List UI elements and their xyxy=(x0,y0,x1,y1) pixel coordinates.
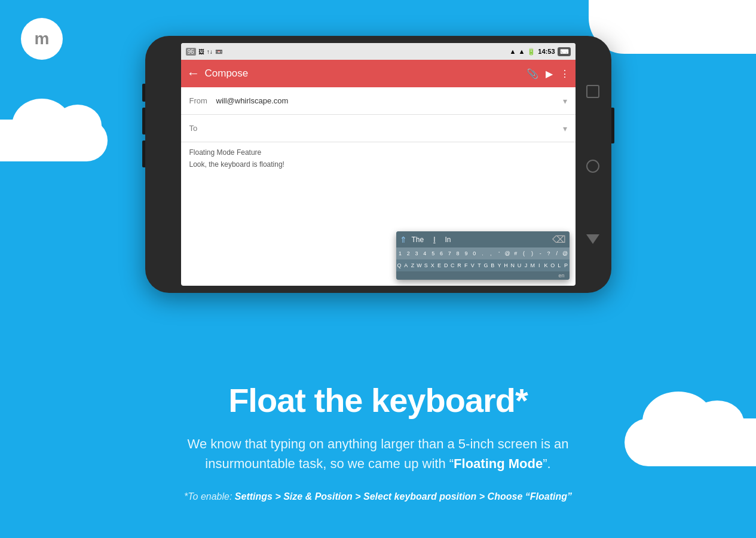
nav-triangle-button[interactable] xyxy=(586,234,599,244)
description-bold: Floating Mode xyxy=(454,456,543,471)
key-1[interactable]: 1 xyxy=(396,249,405,258)
key-u[interactable]: U xyxy=(516,261,522,270)
key-apos[interactable]: ' xyxy=(495,249,503,258)
key-dot[interactable]: . xyxy=(479,249,487,258)
logo-letter: m xyxy=(35,29,50,48)
from-value: will@whirlscape.com xyxy=(216,96,563,105)
app-bar: ← Compose 📎 ▶ ⋮ xyxy=(181,60,576,87)
suggestion-3[interactable]: In xyxy=(443,234,454,245)
nav-circle-button[interactable] xyxy=(586,160,599,173)
to-label: To xyxy=(189,124,216,133)
overflow-menu-icon[interactable]: ⋮ xyxy=(560,68,570,80)
key-s[interactable]: S xyxy=(423,261,429,270)
key-at2[interactable]: @ xyxy=(561,249,570,258)
to-dropdown-icon[interactable]: ▾ xyxy=(563,124,567,133)
app-logo: m xyxy=(21,18,63,60)
phone-nav-buttons xyxy=(581,54,604,275)
cloud-top-right xyxy=(589,0,756,54)
to-row: To ▾ xyxy=(181,115,576,142)
key-x[interactable]: X xyxy=(429,261,436,270)
send-icon[interactable]: ▶ xyxy=(546,68,553,80)
key-0[interactable]: 0 xyxy=(470,249,479,258)
key-2[interactable]: 2 xyxy=(404,249,412,258)
key-6[interactable]: 6 xyxy=(437,249,446,258)
key-i[interactable]: I xyxy=(536,261,543,270)
key-r[interactable]: R xyxy=(456,261,463,270)
key-question[interactable]: ? xyxy=(544,249,553,258)
key-v[interactable]: V xyxy=(469,261,476,270)
key-c[interactable]: C xyxy=(449,261,456,270)
attachment-icon[interactable]: 📎 xyxy=(527,68,538,80)
key-d[interactable]: D xyxy=(443,261,449,270)
key-m[interactable]: M xyxy=(529,261,536,270)
key-k[interactable]: K xyxy=(543,261,549,270)
app-bar-title: Compose xyxy=(205,68,522,80)
key-comma[interactable]: , xyxy=(486,249,495,258)
key-rparen[interactable]: ) xyxy=(528,249,537,258)
status-icon-2: 🖼 xyxy=(198,48,204,55)
from-row: From will@whirlscape.com ▾ xyxy=(181,87,576,115)
volume-down-button xyxy=(142,140,145,167)
key-9[interactable]: 9 xyxy=(462,249,470,258)
floating-keyboard[interactable]: ⇑ The I In ⌫ 1 2 3 4 5 6 7 xyxy=(396,231,570,280)
key-h[interactable]: H xyxy=(503,261,509,270)
back-button[interactable]: ← xyxy=(187,66,200,81)
status-icon-4: 📼 xyxy=(215,48,222,55)
key-hash[interactable]: # xyxy=(512,249,520,258)
key-o[interactable]: O xyxy=(549,261,556,270)
key-7[interactable]: 7 xyxy=(445,249,454,258)
key-p[interactable]: P xyxy=(562,261,569,270)
key-q[interactable]: Q xyxy=(396,261,403,270)
keyboard-suggestions: The I In xyxy=(409,234,550,245)
key-3[interactable]: 3 xyxy=(412,249,421,258)
footnote-prefix: *To enable: xyxy=(184,491,235,502)
key-5[interactable]: 5 xyxy=(429,249,437,258)
keyboard-numbers-row: 1 2 3 4 5 6 7 8 9 0 . , ' @ # ( ) xyxy=(396,247,570,259)
keyboard-delete-icon[interactable]: ⌫ xyxy=(552,234,566,245)
key-b[interactable]: B xyxy=(489,261,496,270)
key-a[interactable]: A xyxy=(403,261,409,270)
email-body-area: Floating Mode Feature Look, the keyboard… xyxy=(181,142,576,178)
key-z[interactable]: Z xyxy=(409,261,416,270)
from-dropdown-icon[interactable]: ▾ xyxy=(563,96,567,106)
keyboard-status-icon: ⌨ xyxy=(558,47,571,56)
battery-icon: 🔋 xyxy=(527,48,535,56)
key-4[interactable]: 4 xyxy=(421,249,429,258)
key-l[interactable]: L xyxy=(556,261,562,270)
key-j[interactable]: J xyxy=(522,261,529,270)
nav-square-button[interactable] xyxy=(586,85,599,98)
keyboard-letters-row: Q A Z W S X E D C R F V T G B Y H xyxy=(396,259,570,271)
description-end: ”. xyxy=(543,456,550,471)
phone-body: 96 🖼 ↑↓ 📼 ▲ ▲ 🔋 14:53 ⌨ ← Compose xyxy=(145,36,611,293)
keyboard-language: en xyxy=(558,273,564,279)
key-lparen[interactable]: ( xyxy=(520,249,528,258)
key-g[interactable]: G xyxy=(483,261,489,270)
key-at[interactable]: @ xyxy=(503,249,512,258)
side-button-right xyxy=(611,108,614,143)
volume-up-button xyxy=(142,108,145,134)
key-y[interactable]: Y xyxy=(496,261,503,270)
status-bar: 96 🖼 ↑↓ 📼 ▲ ▲ 🔋 14:53 ⌨ xyxy=(181,43,576,60)
key-f[interactable]: F xyxy=(463,261,469,270)
phone-mockup: 96 🖼 ↑↓ 📼 ▲ ▲ 🔋 14:53 ⌨ ← Compose xyxy=(145,36,611,293)
key-slash[interactable]: / xyxy=(553,249,561,258)
key-minus[interactable]: - xyxy=(536,249,544,258)
from-label: From xyxy=(189,96,216,105)
status-time: 14:53 xyxy=(538,48,555,55)
footnote: *To enable: Settings > Size & Position >… xyxy=(24,491,732,502)
key-e[interactable]: E xyxy=(436,261,442,270)
footnote-link: Settings > Size & Position > Select keyb… xyxy=(235,491,572,502)
key-n[interactable]: N xyxy=(509,261,516,270)
content-area: Float the keyboard* We know that typing … xyxy=(0,369,756,538)
suggestion-2[interactable]: I xyxy=(431,234,437,245)
keyboard-bottom-bar: en xyxy=(396,271,570,280)
keyboard-drag-icon[interactable]: ⇑ xyxy=(400,235,407,244)
key-w[interactable]: W xyxy=(416,261,423,270)
suggestion-1[interactable]: The xyxy=(409,234,427,245)
message-line: Look, the keyboard is floating! xyxy=(189,160,567,169)
status-icon-1: 96 xyxy=(186,48,196,56)
status-right-area: ▲ ▲ 🔋 14:53 ⌨ xyxy=(510,47,571,56)
key-8[interactable]: 8 xyxy=(454,249,462,258)
description-text: We know that typing on anything larger t… xyxy=(175,434,581,473)
key-t[interactable]: T xyxy=(476,261,482,270)
